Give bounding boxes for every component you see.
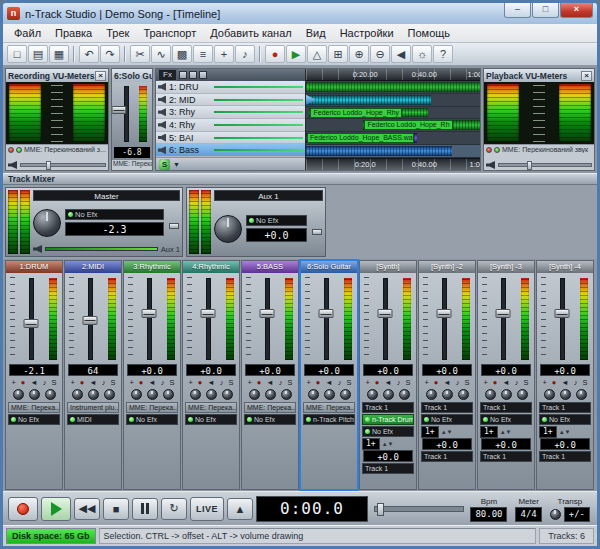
undo-icon[interactable]: ↶: [79, 45, 99, 63]
channel-strip[interactable]: 3:Rhythmic +0.0 + ● ◄ ♪ S MME: П: [123, 260, 181, 490]
record-arm-icon[interactable]: ●: [21, 378, 26, 387]
eq-knob[interactable]: [517, 389, 528, 400]
spinner-icon[interactable]: ▲▼: [559, 429, 571, 435]
menu-item-track[interactable]: Трек: [99, 26, 136, 40]
speaker-icon[interactable]: ◀: [391, 45, 411, 63]
zoom-in-icon[interactable]: ⊕: [349, 45, 369, 63]
fx-button[interactable]: Fx: [158, 69, 177, 81]
title-bar[interactable]: n n-Track Studio | Demo Song - [Timeline…: [3, 3, 597, 24]
master-name-button[interactable]: Master: [33, 190, 180, 201]
mute-icon[interactable]: ◄: [148, 378, 155, 387]
channel-strip[interactable]: 4:Rhythmic +0.0 + ● ◄ ♪ S MME: П: [182, 260, 240, 490]
add-send-icon[interactable]: +: [542, 378, 546, 387]
channel-name[interactable]: 1:DRUM: [6, 261, 62, 273]
midi-output-selector[interactable]: 1+: [480, 426, 498, 438]
strip-button[interactable]: No Efx: [126, 414, 178, 425]
add-midi-track-icon[interactable]: ♪: [235, 45, 255, 63]
pan-knob[interactable]: [426, 389, 437, 400]
track-volume-line[interactable]: [214, 86, 303, 88]
track-row[interactable]: 4: Rhy: [156, 119, 305, 132]
channel-name[interactable]: 6:Solo Guitar: [301, 261, 357, 273]
stop-button[interactable]: ■: [103, 498, 129, 520]
mute-icon[interactable]: ◄: [30, 378, 37, 387]
close-icon[interactable]: ×: [95, 71, 106, 81]
channel-name[interactable]: 5:BASS: [242, 261, 298, 273]
mute-icon[interactable]: ◄: [207, 378, 214, 387]
channel-name[interactable]: [Synth] -4: [537, 261, 593, 273]
add-send-icon[interactable]: +: [11, 378, 15, 387]
track-speaker-icon[interactable]: [158, 121, 166, 129]
channel-name[interactable]: 4:Rhythmic: [183, 261, 239, 273]
strip-button[interactable]: MIDI: [67, 414, 119, 425]
synth-track-button[interactable]: Track 1: [421, 451, 473, 462]
aux-send-knob[interactable]: [88, 389, 99, 400]
piano-roll-icon[interactable]: ▩: [172, 45, 192, 63]
aux-send-knob[interactable]: [29, 389, 40, 400]
note-icon[interactable]: ♪: [397, 378, 401, 387]
track-speaker-icon[interactable]: [158, 108, 166, 116]
position-slider[interactable]: [374, 506, 464, 512]
zoom-out-icon[interactable]: ⊖: [370, 45, 390, 63]
volume-fader[interactable]: [501, 278, 506, 360]
timeline-track-row[interactable]: Federico Loddo_Hope_Rh: [306, 119, 480, 132]
metronome-icon[interactable]: △: [307, 45, 327, 63]
aux-name-button[interactable]: Aux 1: [214, 190, 323, 201]
aux-send-knob[interactable]: [560, 389, 571, 400]
transpose-value[interactable]: +/-: [564, 507, 590, 522]
eq-knob[interactable]: [281, 389, 292, 400]
fader-handle[interactable]: [260, 309, 275, 318]
master-volume-knob[interactable]: [33, 209, 61, 237]
eq-knob[interactable]: [399, 389, 410, 400]
menu-item-add-channel[interactable]: Добавить канал: [203, 26, 298, 40]
eq-knob[interactable]: [576, 389, 587, 400]
strip-button[interactable]: Instrument plu...: [67, 402, 119, 413]
track-row-selected[interactable]: 6: Bass: [156, 144, 305, 157]
new-song-icon[interactable]: □: [7, 45, 27, 63]
strip-button[interactable]: No Efx: [362, 426, 414, 437]
track-volume-line[interactable]: [214, 124, 303, 126]
channel-strip[interactable]: [Synth] -4 +0.0 + ● ◄ ♪ S Track: [536, 260, 594, 490]
midi-output-selector[interactable]: 1+: [539, 426, 557, 438]
aux-send-knob[interactable]: [383, 389, 394, 400]
channel-strip[interactable]: [Synth] -3 +0.0 + ● ◄ ♪ S Track: [477, 260, 535, 490]
pan-knob[interactable]: [72, 389, 83, 400]
metronome-button[interactable]: ▲: [227, 498, 253, 520]
solo-icon[interactable]: S: [51, 378, 56, 387]
midi-clip[interactable]: [306, 95, 431, 105]
fader-handle[interactable]: [201, 309, 216, 318]
track-volume-line[interactable]: [214, 99, 303, 101]
volume-fader[interactable]: [560, 278, 565, 360]
track-speaker-icon[interactable]: [158, 134, 166, 142]
midi-output-selector[interactable]: 1+: [421, 426, 439, 438]
record-arm-icon[interactable]: ●: [493, 378, 498, 387]
timeline-ruler-bottom[interactable]: 0:20.0 0:40.00 1:0: [306, 158, 480, 170]
fader-handle[interactable]: [496, 309, 511, 318]
strip-button[interactable]: MME: Перека...: [244, 402, 296, 413]
minimize-button[interactable]: –: [504, 3, 531, 18]
menu-item-transport[interactable]: Транспорт: [136, 26, 203, 40]
track-row[interactable]: 1: DRU: [156, 81, 305, 94]
fader-handle[interactable]: [112, 106, 127, 114]
add-send-icon[interactable]: +: [70, 378, 74, 387]
help-icon[interactable]: ?: [433, 45, 453, 63]
fader-handle[interactable]: [437, 309, 452, 318]
record-arm-icon[interactable]: ●: [139, 378, 144, 387]
loop-button[interactable]: ↻: [161, 498, 187, 520]
solo-volume-fader[interactable]: [124, 86, 129, 142]
strip-button[interactable]: No Efx: [8, 414, 60, 425]
record-arm-icon[interactable]: ●: [434, 378, 439, 387]
play-button[interactable]: [41, 497, 71, 521]
add-send-icon[interactable]: +: [365, 378, 369, 387]
channel-strip[interactable]: 2:MIDI 64 + ● ◄ ♪ S Instrument p: [64, 260, 122, 490]
eq-knob[interactable]: [104, 389, 115, 400]
solo-icon[interactable]: S: [287, 378, 292, 387]
speaker-icon[interactable]: [486, 161, 495, 169]
mixer-icon[interactable]: ≡: [193, 45, 213, 63]
wave-editor-icon[interactable]: ∿: [151, 45, 171, 63]
solo-icon[interactable]: S: [405, 378, 410, 387]
channel-strip[interactable]: 1:DRUM -2.1 + ● ◄ ♪ S MME: Перек: [5, 260, 63, 490]
volume-fader[interactable]: [29, 278, 34, 360]
pan-knob[interactable]: [131, 389, 142, 400]
solo-icon[interactable]: S: [346, 378, 351, 387]
record-arm-icon[interactable]: ●: [80, 378, 85, 387]
